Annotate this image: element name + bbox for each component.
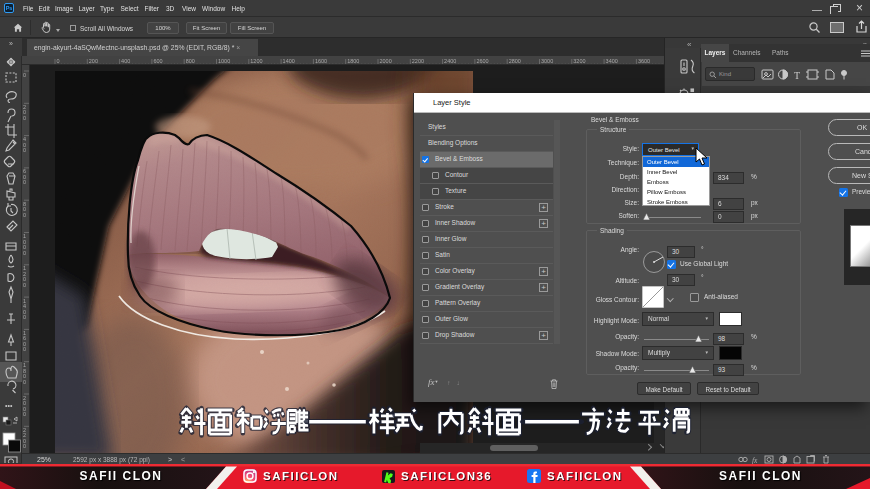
svg-text:2600: 2600 <box>476 58 488 64</box>
svg-text:0: 0 <box>23 147 26 153</box>
svg-text:200: 200 <box>89 58 98 64</box>
svg-text:0: 0 <box>23 115 26 121</box>
svg-text:0: 0 <box>57 58 60 64</box>
svg-text:0: 0 <box>23 314 26 320</box>
svg-text:0: 0 <box>23 250 26 256</box>
svg-text:0: 0 <box>23 282 26 288</box>
svg-text:2200: 2200 <box>412 58 424 64</box>
svg-text:T: T <box>794 70 800 81</box>
svg-text:3400: 3400 <box>606 58 618 64</box>
svg-text:800: 800 <box>186 58 195 64</box>
svg-text:3600: 3600 <box>638 58 650 64</box>
svg-text:•••: ••• <box>5 402 13 409</box>
svg-text:0: 0 <box>23 179 26 185</box>
svg-text:3000: 3000 <box>541 58 553 64</box>
svg-text:600: 600 <box>153 58 162 64</box>
svg-text:0: 0 <box>23 379 26 385</box>
svg-text:0: 0 <box>23 212 26 218</box>
svg-text:1800: 1800 <box>347 58 359 64</box>
svg-text:400: 400 <box>121 58 130 64</box>
svg-text:0: 0 <box>23 443 26 449</box>
svg-text:1400: 1400 <box>283 58 295 64</box>
svg-text:0: 0 <box>23 346 26 352</box>
svg-text:1600: 1600 <box>315 58 327 64</box>
svg-text:2000: 2000 <box>380 58 392 64</box>
svg-text:fx: fx <box>752 456 758 465</box>
svg-text:3200: 3200 <box>573 58 585 64</box>
svg-text:2400: 2400 <box>444 58 456 64</box>
svg-text:0: 0 <box>23 411 26 417</box>
svg-text:1000: 1000 <box>218 58 230 64</box>
svg-text:0: 0 <box>23 72 26 78</box>
svg-text:2800: 2800 <box>509 58 521 64</box>
svg-text:1200: 1200 <box>250 58 262 64</box>
